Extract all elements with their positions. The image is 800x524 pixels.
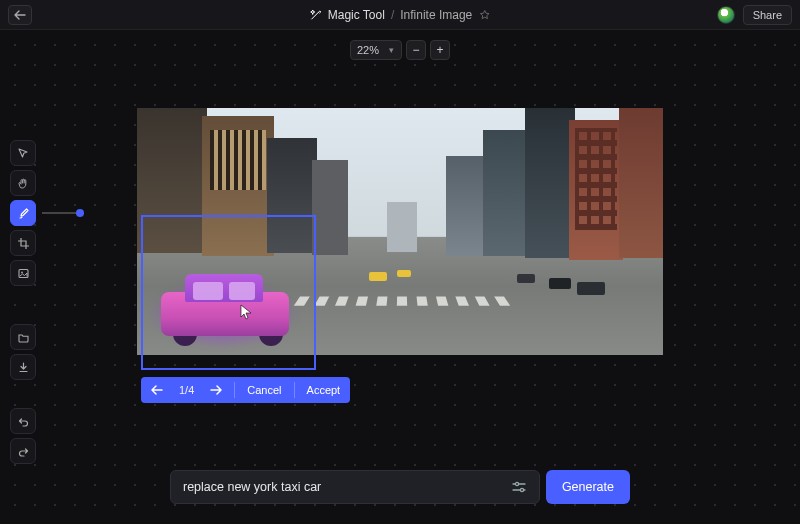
brush-icon bbox=[17, 207, 30, 220]
tool-hand[interactable] bbox=[10, 170, 36, 196]
zoom-in-button[interactable]: + bbox=[430, 40, 450, 60]
tool-crop[interactable] bbox=[10, 230, 36, 256]
undo-icon bbox=[17, 415, 30, 428]
generated-preview bbox=[151, 264, 301, 354]
arrow-left-icon bbox=[14, 10, 26, 20]
variation-counter: 1/4 bbox=[173, 384, 200, 396]
svg-point-2 bbox=[515, 482, 518, 485]
crop-icon bbox=[17, 237, 30, 250]
top-header: Magic Tool / Infinite Image Share bbox=[0, 0, 800, 30]
hand-icon bbox=[17, 177, 30, 190]
selection-box[interactable] bbox=[141, 215, 316, 370]
document-name[interactable]: Infinite Image bbox=[400, 8, 472, 22]
tool-select[interactable] bbox=[10, 140, 36, 166]
zoom-out-button[interactable]: − bbox=[406, 40, 426, 60]
prompt-bar: Generate bbox=[170, 470, 630, 504]
tool-folder[interactable] bbox=[10, 324, 36, 350]
svg-point-3 bbox=[520, 488, 523, 491]
cancel-button[interactable]: Cancel bbox=[239, 377, 289, 403]
tool-download[interactable] bbox=[10, 354, 36, 380]
arrow-left-icon bbox=[151, 385, 163, 395]
image-icon bbox=[17, 267, 30, 280]
prompt-input-wrap bbox=[170, 470, 540, 504]
chevron-down-icon: ▾ bbox=[389, 45, 394, 55]
accept-button[interactable]: Accept bbox=[299, 377, 349, 403]
share-button[interactable]: Share bbox=[743, 5, 792, 25]
star-icon[interactable] bbox=[478, 9, 490, 21]
cursor-icon bbox=[240, 304, 254, 320]
tool-brush[interactable] bbox=[10, 200, 36, 226]
app-name: Magic Tool bbox=[328, 8, 385, 22]
arrow-right-icon bbox=[210, 385, 222, 395]
zoom-value: 22% bbox=[357, 44, 379, 56]
brush-size-slider[interactable] bbox=[42, 212, 82, 214]
svg-point-1 bbox=[21, 271, 23, 273]
slider-handle[interactable] bbox=[76, 209, 84, 217]
generate-button[interactable]: Generate bbox=[546, 470, 630, 504]
breadcrumb: Magic Tool / Infinite Image bbox=[310, 8, 491, 22]
prompt-input[interactable] bbox=[183, 480, 507, 494]
redo-icon bbox=[17, 445, 30, 458]
breadcrumb-separator: / bbox=[391, 8, 394, 22]
wand-icon bbox=[310, 9, 322, 21]
tool-undo[interactable] bbox=[10, 408, 36, 434]
folder-icon bbox=[17, 331, 30, 344]
avatar[interactable] bbox=[717, 6, 735, 24]
back-button[interactable] bbox=[8, 5, 32, 25]
tool-image[interactable] bbox=[10, 260, 36, 286]
zoom-select[interactable]: 22% ▾ bbox=[350, 40, 402, 60]
prev-variation-button[interactable] bbox=[143, 377, 171, 403]
download-icon bbox=[17, 361, 30, 374]
next-variation-button[interactable] bbox=[202, 377, 230, 403]
cursor-icon bbox=[17, 147, 30, 160]
variation-bar: 1/4 Cancel Accept bbox=[141, 377, 350, 403]
left-toolbar bbox=[10, 140, 36, 464]
settings-icon[interactable] bbox=[507, 480, 531, 494]
zoom-controls: 22% ▾ − + bbox=[350, 40, 450, 60]
tool-redo[interactable] bbox=[10, 438, 36, 464]
